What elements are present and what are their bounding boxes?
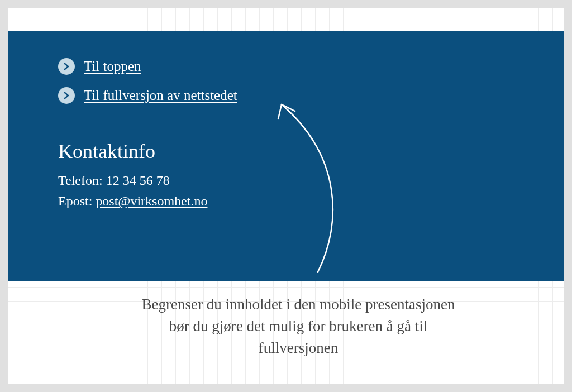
chevron-right-icon: [58, 58, 75, 75]
annotation-text: Begrenser du innholdet i den mobile pres…: [139, 294, 457, 359]
email-label: Epost:: [58, 194, 92, 208]
email-link[interactable]: post@virksomhet.no: [96, 194, 207, 208]
contact-email: Epost: post@virksomhet.no: [58, 194, 514, 209]
chevron-right-icon: [58, 87, 75, 104]
nav-link-label: Til toppen: [84, 59, 141, 74]
nav-link-label: Til fullversjon av nettstedet: [84, 88, 237, 103]
footer-panel: Til toppen Til fullversjon av nettstedet…: [8, 31, 564, 281]
phone-value: 12 34 56 78: [106, 173, 170, 188]
phone-label: Telefon:: [58, 173, 103, 188]
contact-phone: Telefon: 12 34 56 78: [58, 173, 514, 188]
to-full-version-link[interactable]: Til fullversjon av nettstedet: [58, 87, 514, 104]
contact-heading: Kontaktinfo: [58, 140, 514, 163]
canvas: Til toppen Til fullversjon av nettstedet…: [8, 8, 564, 384]
nav-links: Til toppen Til fullversjon av nettstedet: [58, 58, 514, 104]
to-top-link[interactable]: Til toppen: [58, 58, 514, 75]
